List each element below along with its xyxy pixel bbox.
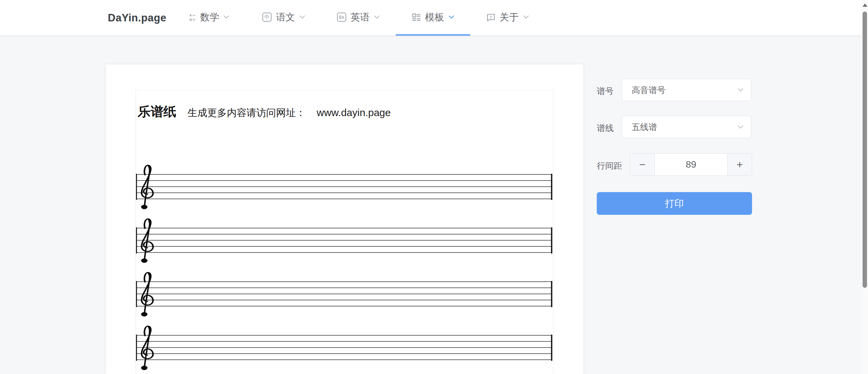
chevron-down-icon [449, 15, 454, 19]
chevron-down-icon [737, 125, 744, 129]
sheet-preview-paper: 乐谱纸 生成更多内容请访问网址： www.dayin.page [106, 64, 583, 374]
treble-clef-icon [138, 164, 155, 212]
nav-item-label: 语文 [276, 11, 295, 24]
staff-line [136, 180, 552, 181]
staff-barline-right [551, 174, 552, 200]
nav-item-label: 模板 [425, 11, 444, 24]
staff-lines-select[interactable]: 五线谱 [622, 116, 751, 138]
clef-select-value: 高音谱号 [632, 85, 737, 96]
scrollbar-thumb[interactable] [863, 12, 867, 288]
chevron-down-icon [299, 15, 305, 19]
staff-barline-left [136, 335, 137, 361]
staff-lines-select-value: 五线谱 [632, 121, 737, 133]
staff-line [136, 252, 552, 253]
nav-item-label: 关于 [500, 11, 519, 24]
staff-barline-right [551, 227, 552, 254]
staff-line [136, 186, 552, 187]
staff-barline-right [551, 281, 552, 307]
template-layout-icon [412, 13, 421, 22]
staff-barline-left [136, 174, 137, 200]
staff-barline-left [136, 227, 137, 254]
main-nav: +− ×÷ 数学 中 语文 En 英语 [172, 0, 545, 36]
english-subject-icon: En [337, 13, 346, 22]
staff-line [136, 359, 552, 360]
site-logo[interactable]: DaYin.page [108, 0, 166, 36]
print-button[interactable]: 打印 [597, 192, 752, 215]
treble-clef-icon [138, 271, 155, 319]
chevron-down-icon [523, 15, 529, 19]
staff-line [136, 174, 552, 175]
staff-line [136, 300, 552, 300]
staff-barline-left [136, 281, 137, 307]
music-staff [136, 281, 552, 306]
treble-clef-icon [138, 325, 155, 373]
nav-item-math[interactable]: +− ×÷ 数学 [172, 0, 246, 36]
staff-line [136, 347, 552, 348]
clef-select[interactable]: 高音谱号 [622, 79, 751, 101]
chevron-down-icon [223, 15, 229, 19]
staff-line [136, 228, 552, 228]
clef-label: 谱号 [597, 86, 614, 97]
music-staff [136, 174, 552, 199]
math-operations-icon: +− ×÷ [189, 13, 196, 22]
staff-line [136, 192, 552, 193]
chevron-down-icon [374, 15, 380, 19]
staff-line [136, 306, 552, 306]
staves [136, 90, 553, 374]
staff-line [136, 246, 552, 247]
staff-line [136, 341, 552, 342]
nav-item-english[interactable]: En 英语 [321, 0, 396, 36]
staff-line [136, 199, 552, 199]
staff-line [136, 335, 552, 336]
music-staff [136, 335, 552, 360]
scroll-up-arrow-icon[interactable] [863, 3, 867, 7]
staff-line [136, 240, 552, 241]
nav-item-about[interactable]: 关于 [470, 0, 545, 36]
music-staff [136, 228, 552, 253]
nav-item-label: 数学 [200, 11, 219, 24]
chinese-subject-icon: 中 [262, 13, 272, 22]
staff-lines-label: 谱线 [597, 123, 614, 134]
dayin-page: DaYin.page +− ×÷ 数学 中 语文 En 英语 [0, 0, 868, 374]
chevron-down-icon [737, 88, 744, 92]
staff-line [136, 281, 552, 282]
treble-clef-icon [138, 218, 155, 266]
increase-button[interactable]: + [727, 154, 752, 175]
staff-line [136, 234, 552, 235]
vertical-scrollbar [862, 0, 868, 374]
decrease-button[interactable]: − [630, 154, 655, 175]
line-spacing-input[interactable] [655, 154, 727, 175]
staff-line [136, 353, 552, 354]
about-message-icon [487, 13, 495, 22]
printable-area: 乐谱纸 生成更多内容请访问网址： www.dayin.page [136, 90, 553, 374]
nav-item-template[interactable]: 模板 [396, 0, 470, 36]
nav-item-chinese[interactable]: 中 语文 [246, 0, 321, 36]
line-spacing-stepper: − + [630, 153, 752, 176]
staff-line [136, 294, 552, 294]
nav-item-label: 英语 [351, 11, 370, 24]
line-spacing-label: 行间距 [597, 160, 622, 171]
staff-barline-right [551, 335, 552, 361]
staff-line [136, 287, 552, 288]
top-navigation-bar: DaYin.page +− ×÷ 数学 中 语文 En 英语 [0, 0, 868, 36]
